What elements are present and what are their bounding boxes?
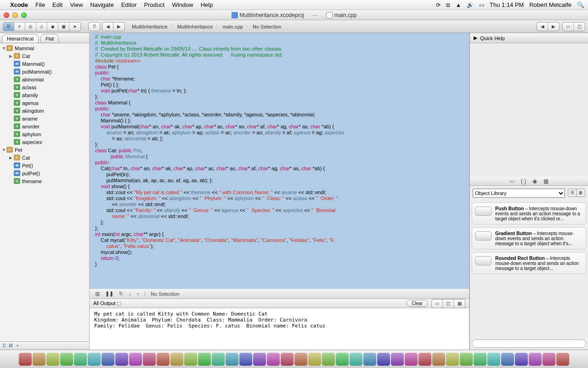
menu-edit[interactable]: Edit [52,1,62,8]
dock-app-icon[interactable] [46,353,59,366]
dock-app-icon[interactable] [474,353,486,366]
dock-app-icon[interactable] [294,353,307,366]
dock-app-icon[interactable] [74,353,87,366]
filter-c-icon[interactable]: C [3,343,6,348]
close-button[interactable] [4,12,9,18]
dock-app-icon[interactable] [226,353,238,366]
tree-row[interactable]: Vafamily [0,91,89,99]
tree-row[interactable]: Vabinomial [0,75,89,83]
tree-row[interactable]: Vthename [0,177,89,185]
dock-app-icon[interactable] [515,353,528,366]
tree-row[interactable]: Vakingdom [0,107,89,115]
console-output[interactable]: My pet cat is called Kitty with Common N… [90,308,469,350]
tree-row[interactable]: Vaspecies [0,138,89,146]
clear-button[interactable]: Clear [407,300,428,307]
dock-app-icon[interactable] [239,353,252,366]
hide-debug-icon[interactable]: ▥ [95,291,100,297]
dock-app-icon[interactable] [60,353,73,366]
dock-app-icon[interactable] [377,353,390,366]
zoom-button[interactable] [21,12,27,18]
library-item[interactable]: Gradient Button – Intercepts mouse-down … [472,227,586,249]
tree-row[interactable]: Vanorder [0,122,89,130]
prev-issue[interactable]: ◀ [537,23,548,31]
dock-app-icon[interactable] [170,353,183,366]
media-library-tab[interactable]: ▦ [543,178,548,184]
tree-row[interactable]: ▶CCat [0,52,89,60]
tree-row[interactable]: ▼CMammal [0,44,89,52]
code-snippet-tab[interactable]: { } [521,178,526,184]
step-out-button[interactable]: ↑ [137,291,140,297]
tree-row[interactable]: MPet() [0,161,89,169]
nav-tab-5[interactable]: ◆ [47,23,58,31]
grid-view-icon[interactable]: ⊞ [577,189,585,196]
back-button[interactable]: ◀ [102,23,113,31]
breadcrumb-item[interactable]: MultiInheritance [130,24,169,29]
library-selector[interactable]: Object Library [473,189,565,198]
disclosure-icon[interactable]: ▶ [474,35,477,41]
forward-button[interactable]: ▶ [113,23,124,31]
tab-hierarchical[interactable]: Hierarchical [2,34,39,43]
dock-app-icon[interactable] [322,353,335,366]
tab-flat[interactable]: Flat [40,34,59,43]
timemachine-icon[interactable]: ⟳ [436,2,441,8]
tree-row[interactable]: Vaclass [0,83,89,91]
console-view-3[interactable]: ▦ [454,299,465,308]
dock-app-icon[interactable] [33,353,45,366]
filter-m-icon[interactable]: M [9,343,12,348]
menu-file[interactable]: File [35,1,45,8]
dock-app-icon[interactable] [432,353,445,366]
dock-app-icon[interactable] [391,353,404,366]
dock-app-icon[interactable] [350,353,362,366]
menu-window[interactable]: Window [172,1,193,8]
nav-tab-3[interactable]: ◎ [25,23,36,31]
breadcrumb[interactable]: MultiInheritance〉MultiInheritance〉main.c… [130,23,535,29]
tree-row[interactable]: Vaname [0,115,89,122]
nav-tab-2[interactable]: ≡ [14,23,25,31]
dock-app-icon[interactable] [336,353,349,366]
tree-row[interactable]: MputMammal() [0,68,89,75]
menu-help[interactable]: Help [201,1,213,8]
dock-app-icon[interactable] [501,353,514,366]
library-search[interactable] [472,339,586,348]
step-over-button[interactable]: ↻ [119,291,123,297]
tree-row[interactable]: ▼CPet [0,146,89,154]
next-issue[interactable]: ▶ [548,23,559,31]
dock-app-icon[interactable] [198,353,211,366]
tree-row[interactable]: ▶CCat [0,154,89,161]
dock-app-icon[interactable] [460,353,473,366]
console-view-2[interactable]: ◫ [443,299,454,308]
library-item[interactable]: Push Button – Intercepts mouse-down even… [472,202,586,224]
volume-icon[interactable]: 🔊 [467,2,474,8]
nav-tab-7[interactable]: ➤ [69,23,80,31]
related-items[interactable]: ⠿ [89,23,100,31]
dock-app-icon[interactable] [115,353,128,366]
dock-app-icon[interactable] [418,353,431,366]
bluetooth-icon[interactable]: ⧉ [446,2,450,8]
pause-button[interactable]: ❚❚ [105,291,113,297]
dock-app-icon[interactable] [556,353,569,366]
object-library-list[interactable]: Push Button – Intercepts mouse-down even… [470,201,588,338]
filter-search-icon[interactable]: ⚬ [16,343,19,348]
dock-app-icon[interactable] [308,353,321,366]
breadcrumb-item[interactable]: No Selection [251,24,283,29]
code-editor[interactable]: // main.cpp// MultiInheritance// Created… [90,33,469,289]
dock-app-icon[interactable] [143,353,156,366]
step-into-button[interactable]: ↓ [129,291,131,297]
nav-tab-1[interactable]: ☰ [3,23,14,31]
list-view-icon[interactable]: ☰ [568,189,577,196]
minimize-button[interactable] [12,12,18,18]
dock-app-icon[interactable] [102,353,114,366]
menu-view[interactable]: View [70,1,83,8]
dock-app-icon[interactable] [212,353,225,366]
dock-app-icon[interactable] [129,353,142,366]
dock-app-icon[interactable] [543,353,555,366]
object-library-tab[interactable]: ◉ [532,178,537,184]
app-menu[interactable]: Xcode [10,1,28,8]
menu-product[interactable]: Product [144,1,165,8]
tree-row[interactable]: Vaphylum [0,130,89,138]
tree-row[interactable]: MputPet() [0,169,89,177]
dock-app-icon[interactable] [405,353,418,366]
breadcrumb-item[interactable]: main.cpp [221,24,244,29]
file-template-tab[interactable]: ▭ [509,178,514,184]
dock-app-icon[interactable] [157,353,170,366]
